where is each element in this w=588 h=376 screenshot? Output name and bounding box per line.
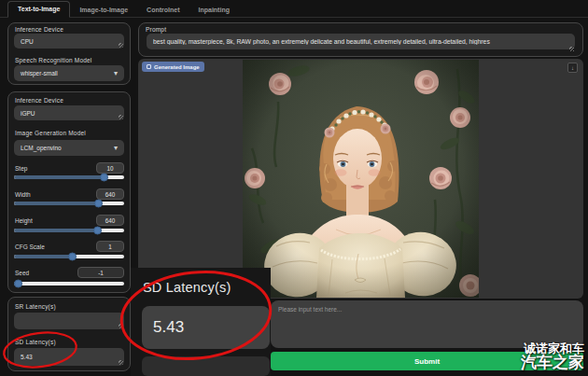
- tab-inpainting[interactable]: Inpainting: [189, 3, 239, 18]
- cfg-scale-value-box[interactable]: 1: [96, 241, 124, 252]
- prompt-group: Prompt: [138, 22, 583, 57]
- slider-fill: [14, 255, 73, 258]
- tab-image-to-image[interactable]: Image-to-Image: [70, 3, 137, 18]
- inference-device-input[interactable]: CPU: [14, 34, 124, 49]
- slider-knob[interactable]: [100, 174, 108, 182]
- sr-latency-label: SR Latency(s): [15, 303, 56, 310]
- height-slider[interactable]: [14, 229, 124, 232]
- slider-fill: [14, 229, 98, 232]
- image-model-value: LCM_openvino: [21, 145, 62, 151]
- resize-handle-icon: [119, 43, 123, 48]
- callout-title: SD Latency(s): [143, 280, 231, 295]
- speech-model-value: whisper-small: [21, 70, 58, 77]
- seed-value-box[interactable]: -1: [77, 267, 124, 278]
- resize-handle-icon: [119, 324, 123, 328]
- slider-knob[interactable]: [68, 253, 77, 261]
- generated-image-panel: Generated Image ↓: [138, 59, 583, 299]
- sd-latency-value: 5.43: [21, 354, 33, 360]
- image-icon: [147, 64, 151, 69]
- resize-handle-icon: [569, 47, 574, 51]
- generated-portrait-image[interactable]: [243, 60, 479, 298]
- speech-model-label: Speech Recognition Model: [15, 57, 92, 63]
- seed-slider[interactable]: [14, 282, 124, 285]
- callout-value: 5.43: [153, 318, 184, 337]
- cfg-scale-slider[interactable]: [14, 255, 124, 258]
- latency-callout: SD Latency(s) 5.43: [131, 268, 271, 376]
- width-slider[interactable]: [14, 202, 124, 205]
- slider-knob[interactable]: [94, 200, 103, 208]
- prompt-input[interactable]: [147, 34, 575, 49]
- width-value-box[interactable]: 640: [96, 188, 124, 200]
- app-window: Text-to-Image Image-to-Image Controlnet …: [0, 0, 588, 376]
- resize-handle-icon: [119, 360, 123, 365]
- slider-knob[interactable]: [14, 280, 22, 288]
- callout-partial-box: [142, 356, 270, 376]
- slider-fill: [14, 202, 99, 205]
- inference-device-value: CPU: [21, 38, 34, 45]
- sd-latency-label: SD Latency(s): [15, 339, 56, 345]
- generation-settings-group: Inference Device iGPU Image Generation M…: [7, 91, 131, 293]
- generated-image-badge: Generated Image: [142, 62, 204, 72]
- inference-device-label: Inference Device: [15, 26, 63, 33]
- sd-latency-box[interactable]: 5.43: [14, 348, 124, 366]
- generated-image-badge-label: Generated Image: [154, 64, 200, 70]
- tab-text-to-image[interactable]: Text-to-Image: [7, 1, 70, 18]
- chevron-down-icon: ▾: [114, 143, 118, 151]
- callout-value-box: 5.43: [142, 306, 270, 349]
- height-value-box[interactable]: 640: [96, 215, 124, 226]
- step-value-box[interactable]: 10: [96, 162, 124, 174]
- download-image-button[interactable]: ↓: [567, 63, 578, 73]
- download-icon: ↓: [571, 65, 574, 71]
- slider-knob[interactable]: [93, 227, 102, 235]
- image-model-dropdown[interactable]: LCM_openvino ▾: [14, 140, 124, 156]
- inference-device2-value: iGPU: [21, 110, 35, 117]
- prompt-label: Prompt: [146, 26, 166, 33]
- inference-device2-label: Inference Device: [15, 97, 63, 104]
- resize-handle-icon: [119, 115, 123, 119]
- tab-bar: Text-to-Image Image-to-Image Controlnet …: [0, 0, 588, 18]
- slider-fill: [14, 175, 105, 179]
- watermark: 诚诺家和车 汽车之家: [521, 342, 584, 371]
- height-label: Height: [15, 217, 33, 224]
- device-settings-group: Inference Device CPU Speech Recognition …: [7, 22, 131, 85]
- sr-latency-box[interactable]: [14, 313, 124, 329]
- width-label: Width: [15, 191, 31, 198]
- chevron-down-icon: ▾: [114, 68, 118, 77]
- tab-controlnet[interactable]: Controlnet: [137, 3, 189, 18]
- step-slider[interactable]: [14, 175, 124, 179]
- cfg-scale-label: CFG Scale: [15, 244, 45, 250]
- inference-device2-input[interactable]: iGPU: [14, 105, 124, 120]
- watermark-line2: 汽车之家: [521, 355, 584, 371]
- step-label: Step: [15, 165, 27, 172]
- speech-model-dropdown[interactable]: whisper-small ▾: [14, 65, 124, 81]
- latency-group: SR Latency(s) SD Latency(s) 5.43: [7, 297, 131, 371]
- image-model-label: Image Generation Model: [15, 130, 86, 136]
- seed-label: Seed: [15, 270, 29, 276]
